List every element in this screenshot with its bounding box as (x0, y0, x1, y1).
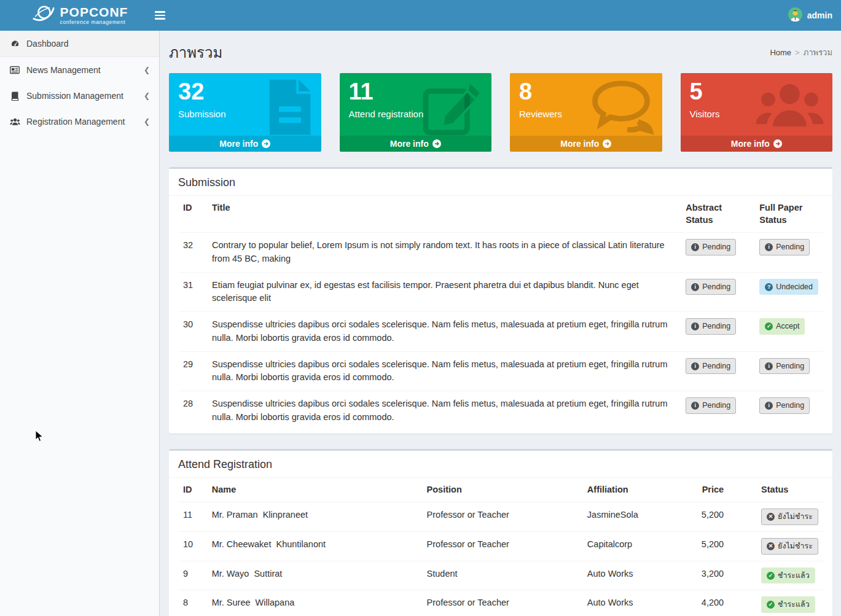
chevron-left-icon: ❮ (144, 118, 150, 125)
table-row: 32 Contrary to popular belief, Lorem Ips… (178, 233, 823, 273)
visitors-label: Visitors (690, 109, 824, 119)
attend-label: Attend registration (349, 109, 483, 119)
table-row: 29 Suspendisse ultricies dapibus orci so… (178, 351, 823, 391)
reviewers-label: Reviewers (519, 109, 653, 119)
table-row: 11 Mr. Praman Klinpraneet Professor or T… (178, 502, 823, 532)
submission-panel: Submission ID Title Abstract Status Full… (169, 167, 832, 434)
info-circle-icon: i (691, 283, 699, 291)
breadcrumb: Home>ภาพรวม (770, 46, 832, 59)
status-badge: ?Undecided (759, 279, 818, 295)
app-window: POPCONF conference management (0, 0, 841, 616)
table-row: 31 Etiam feugiat pulvinar ex, id egestas… (178, 272, 823, 312)
breadcrumb-home-link[interactable]: Home (770, 48, 791, 57)
sidebar: Dashboard News Management ❮ (0, 31, 160, 616)
table-header-row: ID Title Abstract Status Full Paper Stat… (178, 196, 823, 233)
submission-more-info-link[interactable]: More info (169, 136, 321, 152)
info-circle-icon: i (765, 402, 773, 410)
visitors-more-info-link[interactable]: More info (681, 136, 833, 152)
brand-logo[interactable]: POPCONF conference management (0, 0, 160, 31)
column-header-full-paper-status: Full Paper Status (754, 196, 823, 233)
sidebar-item-label: Submission Management (26, 91, 123, 101)
attend-more-info-link[interactable]: More info (340, 136, 492, 152)
visitors-count: 5 (690, 79, 824, 105)
arrow-circle-right-icon (773, 139, 782, 148)
arrow-circle-right-icon (262, 139, 270, 148)
attend-registration-panel-title: Attend Registration (178, 458, 823, 471)
main-content: ภาพรวม Home>ภาพรวม 32 Submission (160, 31, 841, 616)
info-box-submission: 32 Submission More inf (169, 73, 321, 152)
user-menu[interactable]: admin (780, 0, 841, 31)
info-circle-icon: i (765, 362, 773, 370)
payment-status-badge: ✓ชำระแล้ว (761, 567, 815, 584)
breadcrumb-current: ภาพรวม (804, 48, 832, 57)
info-circle-icon: i (691, 243, 699, 251)
info-box-reviewers: 8 Reviewers More info (510, 73, 662, 152)
question-circle-icon: ? (765, 283, 773, 291)
status-badge: iPending (686, 397, 736, 414)
column-header-id: ID (178, 478, 207, 502)
sidebar-item-news-management[interactable]: News Management ❮ (0, 57, 159, 83)
sidebar-item-submission-management[interactable]: Submission Management ❮ (0, 83, 159, 109)
column-header-price: Price (692, 478, 729, 502)
info-box-visitors: 5 Visitors (681, 73, 833, 152)
mouse-cursor (35, 430, 44, 445)
info-circle-icon: i (691, 362, 699, 370)
payment-status-badge: ✓ชำระแล้ว (761, 596, 815, 613)
status-badge: iPending (686, 358, 736, 375)
username-label: admin (807, 10, 832, 20)
avatar (788, 7, 802, 24)
brand-subtitle: conference management (60, 20, 128, 25)
status-badge: iPending (686, 279, 736, 295)
reviewers-more-info-link[interactable]: More info (510, 136, 662, 152)
page-title: ภาพรวม (169, 41, 222, 64)
attend-registration-panel: Attend Registration ID Name Position Aff… (169, 449, 832, 616)
attend-registration-table: ID Name Position Affiliation Price Statu… (178, 478, 823, 616)
check-circle-icon: ✓ (767, 601, 775, 609)
column-header-affiliation: Affiliation (582, 478, 692, 502)
sidebar-item-label: Dashboard (26, 39, 69, 49)
check-circle-icon: ✓ (767, 572, 775, 580)
table-row: 10 Mr. Cheewaket Khuntilanont Professor … (178, 531, 823, 561)
status-badge: ✓Accept (759, 318, 805, 335)
sidebar-toggle-button[interactable] (146, 0, 174, 31)
info-circle-icon: i (691, 402, 699, 410)
reviewers-count: 8 (519, 79, 653, 105)
column-header-status: Status (729, 478, 823, 502)
column-header-title: Title (207, 196, 681, 233)
column-header-id: ID (178, 196, 207, 233)
info-box-attend-registration: 11 Attend registration More info (340, 73, 492, 152)
table-header-row: ID Name Position Affiliation Price Statu… (178, 478, 823, 502)
check-circle-icon: ✓ (765, 322, 773, 330)
column-header-position: Position (422, 478, 582, 502)
submission-count: 32 (178, 79, 312, 105)
arrow-circle-right-icon (603, 139, 611, 148)
brand-name: POPCONF (60, 6, 128, 18)
status-badge: iPending (759, 397, 810, 414)
sidebar-item-dashboard[interactable]: Dashboard (0, 31, 159, 57)
chevron-left-icon: ❮ (144, 92, 150, 99)
payment-status-badge: ✕ยังไม่ชำระ (761, 509, 818, 525)
status-badge: iPending (759, 358, 810, 375)
top-navbar: POPCONF conference management (0, 0, 841, 31)
submission-panel-title: Submission (178, 176, 823, 189)
table-row: 28 Suspendisse ultricies dapibus orci so… (178, 391, 823, 431)
navbar: admin (160, 0, 841, 31)
users-icon (9, 117, 20, 126)
chevron-left-icon: ❮ (144, 66, 150, 74)
sidebar-item-registration-management[interactable]: Registration Management ❮ (0, 109, 159, 135)
info-circle-icon: i (691, 322, 699, 330)
submission-table: ID Title Abstract Status Full Paper Stat… (178, 196, 823, 431)
column-header-abstract-status: Abstract Status (681, 196, 754, 233)
status-badge: iPending (686, 239, 736, 255)
info-circle-icon: i (765, 243, 773, 251)
attend-count: 11 (349, 79, 483, 105)
times-circle-icon: ✕ (767, 513, 775, 521)
status-badge: iPending (759, 239, 810, 255)
sidebar-item-label: Registration Management (26, 117, 125, 127)
book-icon (9, 92, 20, 101)
sidebar-item-label: News Management (26, 65, 101, 75)
payment-status-badge: ✕ยังไม่ชำระ (761, 538, 818, 555)
table-row: 9 Mr. Wayo Suttirat Student Auto Works 3… (178, 561, 823, 590)
hamburger-icon (155, 11, 165, 20)
times-circle-icon: ✕ (767, 542, 775, 550)
